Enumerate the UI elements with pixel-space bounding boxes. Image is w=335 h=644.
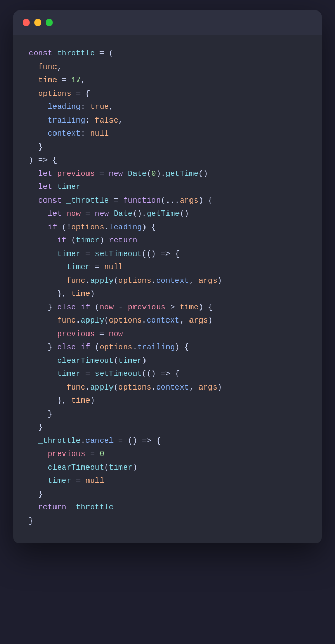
code-line-1: const throttle = (	[29, 47, 306, 61]
code-line-18: timer = null	[29, 261, 306, 274]
code-line-36: }	[29, 488, 306, 502]
code-line-6: trailing: false,	[29, 114, 306, 128]
code-line-7: context: null	[29, 127, 306, 141]
code-editor: const throttle = ( func, time = 17, opti…	[13, 35, 322, 543]
code-line-25: clearTimeout(timer)	[29, 354, 306, 368]
code-line-32: _throttle.cancel = () => {	[29, 435, 306, 448]
code-line-27: func.apply(options.context, args)	[29, 381, 306, 395]
code-line-33: previous = 0	[29, 448, 306, 461]
code-line-5: leading: true,	[29, 101, 306, 114]
code-line-23: previous = now	[29, 328, 306, 341]
code-line-8: }	[29, 141, 306, 154]
code-line-3: time = 17,	[29, 74, 306, 87]
code-line-29: }	[29, 408, 306, 421]
code-line-4: options = {	[29, 87, 306, 101]
code-line-28: }, time)	[29, 394, 306, 408]
titlebar	[13, 10, 322, 35]
code-window: const throttle = ( func, time = 17, opti…	[13, 10, 322, 543]
code-line-2: func,	[29, 61, 306, 74]
code-line-35: timer = null	[29, 474, 306, 488]
code-line-34: clearTimeout(timer)	[29, 461, 306, 475]
code-line-15: if (!options.leading) {	[29, 221, 306, 235]
code-line-13: let now = new Date().getTime()	[29, 207, 306, 221]
code-line-10: let previous = new Date(0).getTime()	[29, 168, 306, 181]
close-button[interactable]	[23, 19, 30, 26]
code-line-24: } else if (options.trailing) {	[29, 341, 306, 354]
code-line-38: }	[29, 515, 306, 528]
code-line-26: timer = setTimeout(() => {	[29, 368, 306, 381]
code-line-37: return _throttle	[29, 501, 306, 515]
code-line-12: const _throttle = function(...args) {	[29, 194, 306, 208]
code-line-17: timer = setTimeout(() => {	[29, 248, 306, 261]
code-line-30: }	[29, 421, 306, 435]
code-line-20: }, time)	[29, 287, 306, 301]
code-line-21: } else if (now - previous > time) {	[29, 301, 306, 315]
code-line-19: func.apply(options.context, args)	[29, 274, 306, 288]
maximize-button[interactable]	[46, 19, 53, 26]
code-line-11: let timer	[29, 181, 306, 194]
minimize-button[interactable]	[34, 19, 41, 26]
code-line-22: func.apply(options.context, args)	[29, 314, 306, 328]
code-line-16: if (timer) return	[29, 234, 306, 248]
code-line-9: ) => {	[29, 154, 306, 168]
